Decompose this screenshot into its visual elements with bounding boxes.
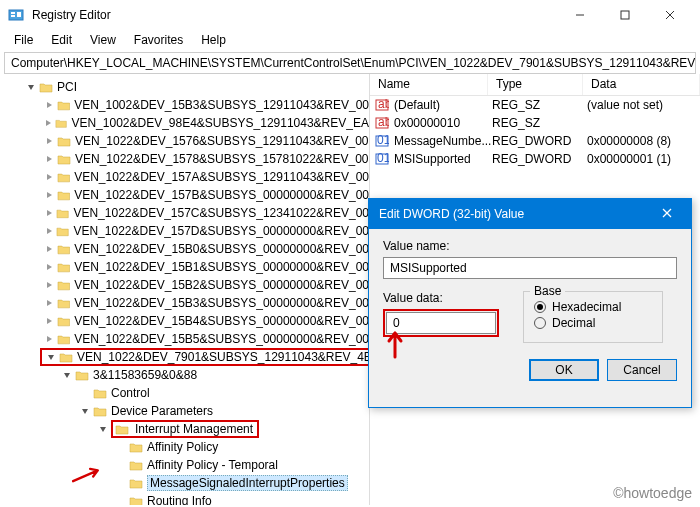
edit-dword-dialog: Edit DWORD (32-bit) Value Value name: Va… bbox=[368, 198, 692, 408]
chevron-right-icon[interactable] bbox=[42, 296, 56, 310]
tree-node[interactable]: VEN_1022&DEV_157A&SUBSYS_12911043&REV_00 bbox=[4, 168, 369, 186]
ok-button[interactable]: OK bbox=[529, 359, 599, 381]
list-row[interactable]: 011MSISupportedREG_DWORD0x00000001 (1) bbox=[370, 150, 700, 168]
chevron-down-icon[interactable] bbox=[60, 368, 74, 382]
dialog-title: Edit DWORD (32-bit) Value bbox=[379, 207, 653, 221]
tree-node[interactable]: VEN_1022&DEV_7901&SUBSYS_12911043&REV_4B bbox=[4, 348, 369, 366]
tree-node[interactable]: VEN_1022&DEV_15B2&SUBSYS_00000000&REV_00 bbox=[4, 276, 369, 294]
chevron-right-icon[interactable] bbox=[42, 170, 56, 184]
tree-label: Affinity Policy - Temporal bbox=[147, 458, 278, 472]
chevron-right-icon[interactable] bbox=[42, 152, 56, 166]
tree-label: MessageSignaledInterruptProperties bbox=[147, 475, 348, 491]
tree-node[interactable]: VEN_1022&DEV_157B&SUBSYS_00000000&REV_00 bbox=[4, 186, 369, 204]
tree-node-routing-info[interactable]: Routing Info bbox=[4, 492, 369, 505]
tree-node[interactable]: VEN_1002&DEV_15B3&SUBSYS_12911043&REV_00 bbox=[4, 96, 369, 114]
minimize-button[interactable] bbox=[557, 0, 602, 30]
tree-node[interactable]: VEN_1022&DEV_15B5&SUBSYS_00000000&REV_00 bbox=[4, 330, 369, 348]
tree-node[interactable]: VEN_1022&DEV_1578&SUBSYS_15781022&REV_00 bbox=[4, 150, 369, 168]
tree-label: Affinity Policy bbox=[147, 440, 218, 454]
tree-node-affinity-policy-temporal[interactable]: Affinity Policy - Temporal bbox=[4, 456, 369, 474]
tree-label: Interrupt Management bbox=[133, 422, 255, 436]
close-icon[interactable] bbox=[653, 207, 681, 221]
row-name: MessageNumbe... bbox=[394, 134, 492, 148]
menu-favorites[interactable]: Favorites bbox=[126, 31, 191, 49]
menu-help[interactable]: Help bbox=[193, 31, 234, 49]
tree-label: VEN_1022&DEV_1578&SUBSYS_15781022&REV_00 bbox=[75, 152, 369, 166]
tree-node-device-parameters[interactable]: Device Parameters bbox=[4, 402, 369, 420]
col-name[interactable]: Name bbox=[370, 74, 488, 95]
tree-node-msi-props[interactable]: MessageSignaledInterruptProperties bbox=[4, 474, 369, 492]
svg-rect-3 bbox=[17, 12, 21, 17]
tree-label: VEN_1022&DEV_157D&SUBSYS_00000000&REV_00 bbox=[73, 224, 369, 238]
tree-node-pci[interactable]: PCI bbox=[4, 78, 369, 96]
chevron-right-icon[interactable] bbox=[42, 134, 56, 148]
menu-file[interactable]: File bbox=[6, 31, 41, 49]
list-row[interactable]: ab0x00000010REG_SZ bbox=[370, 114, 700, 132]
tree-node[interactable]: VEN_1002&DEV_98E4&SUBSYS_12911043&REV_EA bbox=[4, 114, 369, 132]
watermark: ©howtoedge bbox=[613, 485, 692, 501]
col-type[interactable]: Type bbox=[488, 74, 583, 95]
svg-rect-5 bbox=[621, 11, 629, 19]
list-row[interactable]: ab(Default)REG_SZ(value not set) bbox=[370, 96, 700, 114]
radio-hex[interactable]: Hexadecimal bbox=[534, 300, 652, 314]
chevron-right-icon[interactable] bbox=[42, 314, 56, 328]
svg-text:011: 011 bbox=[377, 134, 389, 147]
tree-node[interactable]: VEN_1022&DEV_1576&SUBSYS_12911043&REV_00 bbox=[4, 132, 369, 150]
tree-node[interactable]: VEN_1022&DEV_157C&SUBSYS_12341022&REV_00 bbox=[4, 204, 369, 222]
row-type: REG_DWORD bbox=[492, 152, 587, 166]
col-data[interactable]: Data bbox=[583, 74, 700, 95]
annotation-arrow-icon bbox=[70, 458, 104, 495]
annotation-arrow-icon bbox=[378, 325, 412, 362]
chevron-down-icon[interactable] bbox=[78, 404, 92, 418]
tree-label: VEN_1022&DEV_15B0&SUBSYS_00000000&REV_00 bbox=[74, 242, 369, 256]
base-group: Base Hexadecimal Decimal bbox=[523, 291, 663, 343]
menubar: File Edit View Favorites Help bbox=[0, 30, 700, 50]
tree-label: VEN_1022&DEV_15B2&SUBSYS_00000000&REV_00 bbox=[74, 278, 369, 292]
chevron-down-icon[interactable] bbox=[44, 350, 58, 364]
menu-edit[interactable]: Edit bbox=[43, 31, 80, 49]
tree-node-affinity-policy[interactable]: Affinity Policy bbox=[4, 438, 369, 456]
tree-label: Routing Info bbox=[147, 494, 212, 505]
tree-node-guid[interactable]: 3&11583659&0&88 bbox=[4, 366, 369, 384]
list-row[interactable]: 011MessageNumbe...REG_DWORD0x00000008 (8… bbox=[370, 132, 700, 150]
chevron-right-icon[interactable] bbox=[42, 206, 55, 220]
base-legend: Base bbox=[530, 284, 565, 298]
tree-node[interactable]: VEN_1022&DEV_15B3&SUBSYS_00000000&REV_00 bbox=[4, 294, 369, 312]
chevron-right-icon[interactable] bbox=[42, 224, 55, 238]
tree-label: Control bbox=[111, 386, 150, 400]
chevron-down-icon[interactable] bbox=[96, 422, 110, 436]
row-data: 0x00000001 (1) bbox=[587, 152, 700, 166]
string-icon: ab bbox=[374, 97, 390, 113]
tree-node[interactable]: VEN_1022&DEV_15B1&SUBSYS_00000000&REV_00 bbox=[4, 258, 369, 276]
string-icon: ab bbox=[374, 115, 390, 131]
tree-pane[interactable]: PCI VEN_1002&DEV_15B3&SUBSYS_12911043&RE… bbox=[0, 74, 370, 505]
tree-label: VEN_1022&DEV_157B&SUBSYS_00000000&REV_00 bbox=[74, 188, 369, 202]
tree-label: VEN_1022&DEV_7901&SUBSYS_12911043&REV_4B bbox=[77, 350, 370, 364]
tree-label: VEN_1022&DEV_15B4&SUBSYS_00000000&REV_00 bbox=[74, 314, 369, 328]
tree-node-interrupt-management[interactable]: Interrupt Management bbox=[4, 420, 369, 438]
address-bar[interactable]: Computer\HKEY_LOCAL_MACHINE\SYSTEM\Curre… bbox=[4, 52, 696, 74]
svg-text:ab: ab bbox=[378, 116, 389, 129]
chevron-down-icon[interactable] bbox=[24, 80, 38, 94]
cancel-button[interactable]: Cancel bbox=[607, 359, 677, 381]
tree-node[interactable]: VEN_1022&DEV_15B4&SUBSYS_00000000&REV_00 bbox=[4, 312, 369, 330]
chevron-right-icon[interactable] bbox=[42, 188, 56, 202]
tree-label: VEN_1022&DEV_15B1&SUBSYS_00000000&REV_00 bbox=[74, 260, 369, 274]
tree-node[interactable]: VEN_1022&DEV_157D&SUBSYS_00000000&REV_00 bbox=[4, 222, 369, 240]
radio-dec[interactable]: Decimal bbox=[534, 316, 652, 330]
chevron-right-icon[interactable] bbox=[42, 116, 54, 130]
tree-label: VEN_1022&DEV_157A&SUBSYS_12911043&REV_00 bbox=[74, 170, 369, 184]
close-button[interactable] bbox=[647, 0, 692, 30]
chevron-right-icon[interactable] bbox=[42, 98, 56, 112]
value-name-field[interactable] bbox=[383, 257, 677, 279]
chevron-right-icon[interactable] bbox=[42, 332, 56, 346]
menu-view[interactable]: View bbox=[82, 31, 124, 49]
tree-node-control[interactable]: Control bbox=[4, 384, 369, 402]
address-text: Computer\HKEY_LOCAL_MACHINE\SYSTEM\Curre… bbox=[11, 56, 696, 70]
chevron-right-icon[interactable] bbox=[42, 242, 56, 256]
chevron-right-icon[interactable] bbox=[42, 278, 56, 292]
chevron-right-icon[interactable] bbox=[42, 260, 56, 274]
row-name: 0x00000010 bbox=[394, 116, 492, 130]
maximize-button[interactable] bbox=[602, 0, 647, 30]
tree-node[interactable]: VEN_1022&DEV_15B0&SUBSYS_00000000&REV_00 bbox=[4, 240, 369, 258]
